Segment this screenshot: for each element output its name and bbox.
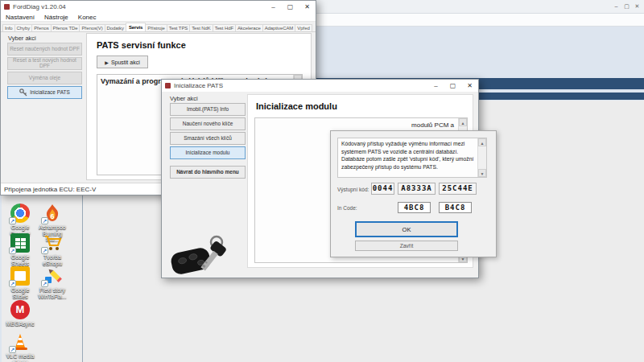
browser-window-controls: – ▢ ✕ <box>611 0 642 13</box>
outcode-field-2: A8333A <box>398 183 436 195</box>
outcode-field-1: 0044 <box>371 183 394 195</box>
play-icon: ▶ <box>105 60 109 65</box>
dialog-title: Inicializace PATS <box>174 82 223 89</box>
tab-test-ndk[interactable]: Test NdK <box>189 24 213 31</box>
shortcut-arrow-icon: ↗ <box>9 247 16 254</box>
desktop-icon-google-chrome[interactable]: ↗ Google Chrome <box>5 204 35 237</box>
desktop-icon-label: Tvorba eShopu <box>37 254 68 266</box>
close-icon[interactable]: ✕ <box>632 0 642 13</box>
text-fragment: modulů PCM a <box>411 121 454 129</box>
desktop-icon-vlc[interactable]: ↗ VLC media player <box>5 332 35 362</box>
action-button-oil[interactable]: Výměna oleje <box>7 72 82 84</box>
dialog-heading: Inicializace modulu <box>256 101 337 111</box>
run-action-button[interactable]: ▶ Spustit akci <box>97 56 148 68</box>
chrome-icon: ↗ <box>10 204 30 223</box>
scrollbar[interactable]: ▲ ▼ <box>477 138 486 177</box>
panel-heading: PATS servisní funkce <box>97 40 186 50</box>
maximize-icon[interactable]: ▢ <box>282 1 299 13</box>
window-controls: – ▢ ✕ <box>427 80 478 92</box>
minimize-icon[interactable]: – <box>611 0 621 13</box>
dialog-button-init-module[interactable]: Inicializace modulu <box>170 146 246 159</box>
tab-dodatky[interactable]: Dodatky <box>105 24 126 31</box>
traffic-cone-icon: ↗ <box>10 332 30 352</box>
tab-servis-active[interactable]: Servis <box>126 23 146 31</box>
outcode-field-3: 25C44E <box>439 183 477 195</box>
desktop-icon-wintoflash[interactable]: ↗ Flexi story WinToFla... <box>37 266 68 299</box>
ok-button[interactable]: OK <box>355 221 458 237</box>
flame-icon: 6 ↗ <box>43 204 62 223</box>
tab-test-tps[interactable]: Test TPS <box>167 24 190 31</box>
pats-dialog: Inicializace PATS – ▢ ✕ Vyber akci Imobi… <box>161 79 479 278</box>
scroll-up-icon[interactable]: ▲ <box>478 138 486 146</box>
shortcut-arrow-icon: ↗ <box>41 217 48 224</box>
shortcut-arrow-icon: ↗ <box>9 346 16 353</box>
desktop-icon-label: Flexi story WinToFla... <box>37 287 68 299</box>
incode-label: In Code: <box>337 205 357 211</box>
menu-nastaveni[interactable]: Nastavení <box>6 14 35 21</box>
desktop-icon-label: MEGAsync <box>5 321 35 327</box>
desktop-screen: ↗ Google Chrome 6 ↗ Ashampoo Burning Stu… <box>0 0 644 362</box>
sheets-icon: ↗ <box>10 233 30 253</box>
tab-prenos-v[interactable]: Přenos(V) <box>79 24 105 31</box>
run-action-label: Spustit akci <box>111 60 140 65</box>
incode-outcode-popup: Kódovaný přístup vyžaduje výměnu informa… <box>330 130 497 257</box>
tab-prenos[interactable]: Přenos <box>31 24 51 31</box>
minimize-icon[interactable]: – <box>265 1 282 13</box>
shortcut-arrow-icon: ↗ <box>41 280 48 287</box>
key-icon <box>19 88 27 97</box>
menu-konec[interactable]: Konec <box>78 14 97 21</box>
scroll-up-icon[interactable]: ▲ <box>459 118 467 126</box>
desktop-icon-label: Google Slides <box>5 287 35 299</box>
action-button-dpf-reset[interactable]: Reset naučených hodnot DPF <box>7 43 82 56</box>
dialog-title-bar[interactable]: Inicializace PATS – ▢ ✕ <box>162 80 478 92</box>
forddiag-app-icon <box>4 4 10 10</box>
tab-test-hdf[interactable]: Test HdF <box>213 24 236 31</box>
action-button-pats-init[interactable]: Inicializace PATS <box>7 86 82 99</box>
desktop-icon-label: Google Sheets <box>5 254 35 266</box>
tab-akcelerace[interactable]: Akcelerace <box>235 24 263 31</box>
mega-icon: M <box>10 300 30 319</box>
maximize-icon[interactable]: ▢ <box>621 0 632 13</box>
shortcut-arrow-icon: ↗ <box>9 217 16 224</box>
outcode-label: Výstupní kód: <box>337 187 369 192</box>
scroll-down-icon[interactable]: ▼ <box>478 169 486 177</box>
ecu-status-text: Připojena jednotka ECU: EEC-V <box>4 186 96 193</box>
dialog-action-label: Vyber akci <box>170 95 198 102</box>
dialog-button-back-to-menu[interactable]: Návrat do hlavního menu <box>170 166 246 179</box>
shortcut-arrow-icon: ↗ <box>41 247 48 254</box>
dialog-content-panel: Inicializace modulu modulů PCM a vozidlu… <box>247 94 473 268</box>
dialog-button-pats-info[interactable]: Imobil.(PATS) Info <box>170 103 246 116</box>
minimize-icon[interactable]: – <box>427 80 444 92</box>
desktop-icon-eshop[interactable]: ↗ Tvorba eShopu <box>37 233 68 266</box>
incode-field-1[interactable]: 4BC8 <box>398 202 431 213</box>
tab-info[interactable]: Info <box>2 24 15 31</box>
close-button[interactable]: Zavřít <box>355 241 458 251</box>
tab-pristroje[interactable]: Přístroje <box>145 24 167 31</box>
close-icon[interactable]: ✕ <box>299 1 316 13</box>
menu-bar: Nastavení Nástroje Konec <box>1 13 316 22</box>
tab-adaptivecam[interactable]: AdaptiveCAM <box>262 24 296 31</box>
close-icon[interactable]: ✕ <box>461 80 478 92</box>
maximize-icon[interactable]: ▢ <box>444 80 461 92</box>
coded-access-text: Kódovaný přístup vyžaduje výměnu informa… <box>341 141 473 170</box>
svg-text:6: 6 <box>50 212 54 220</box>
desktop-icon-label: VLC media player <box>5 353 35 362</box>
tab-vpred[interactable]: Vpřed <box>295 24 312 31</box>
action-panel-label: Vyber akci <box>8 35 36 42</box>
shopping-cart-icon: ↗ <box>43 233 62 253</box>
car-keys-image <box>168 232 245 280</box>
dialog-button-erase-keys[interactable]: Smazání všech klíčů <box>170 132 246 145</box>
desktop-icon-google-sheets[interactable]: ↗ Google Sheets <box>5 233 35 266</box>
window-controls: – ▢ ✕ <box>265 1 316 13</box>
menu-nastroje[interactable]: Nástroje <box>44 14 68 21</box>
tab-prenos-tde[interactable]: Přenos TDe <box>51 24 80 31</box>
coded-access-infobox[interactable]: Kódovaný přístup vyžaduje výměnu informa… <box>337 138 487 178</box>
tab-chyby[interactable]: Chyby <box>14 24 33 31</box>
action-button-dpf-test[interactable]: Reset a test nových hodnot DPF <box>7 57 82 70</box>
desktop-icon-megasync[interactable]: M MEGAsync <box>5 300 35 327</box>
forddiag-title-bar[interactable]: FordDiag v1.20.04 – ▢ ✕ <box>1 1 316 13</box>
incode-field-2[interactable]: B4C8 <box>439 202 472 213</box>
shortcut-arrow-icon: ↗ <box>9 280 16 287</box>
dialog-button-learn-key[interactable]: Naučení nového klíče <box>170 117 246 130</box>
desktop-icon-google-slides[interactable]: ↗ Google Slides <box>5 266 35 299</box>
